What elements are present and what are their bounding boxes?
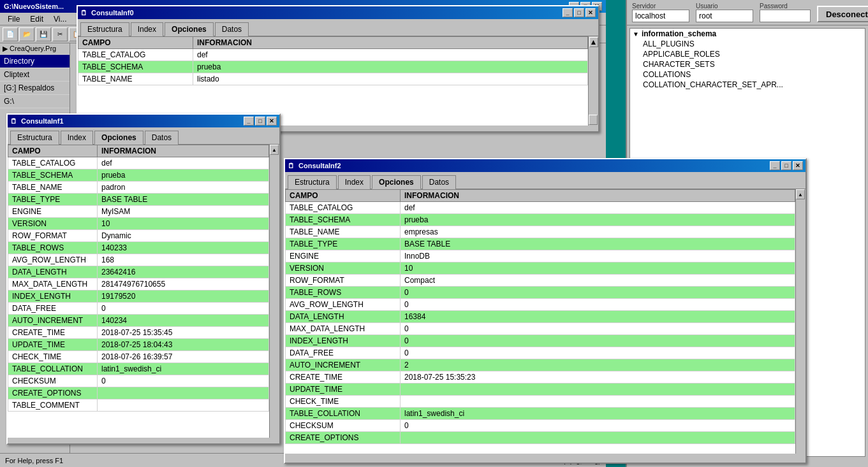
table-row: TABLE_SCHEMAprueba — [8, 169, 269, 182]
table-row: ENGINEMyISAM — [8, 206, 269, 218]
menu-file[interactable]: File — [3, 13, 25, 25]
table-row: TABLE_NAMEpadron — [8, 182, 269, 194]
cell-campo: CREATE_OPTIONS — [8, 387, 98, 399]
table-row: TABLE_SCHEMAprueba — [78, 61, 588, 73]
table-row: AVG_ROW_LENGTH0 — [286, 299, 795, 311]
win0-tab-estructura[interactable]: Estructura — [80, 22, 129, 36]
cell-campo: DATA_LENGTH — [286, 311, 401, 323]
table-row: DATA_FREE0 — [8, 303, 269, 315]
cell-info: 10 — [98, 218, 269, 230]
sidebar-item-respaldos[interactable]: [G:] Respaldos — [0, 82, 70, 95]
cell-campo: UPDATE_TIME — [8, 339, 98, 351]
win1-tab-index[interactable]: Index — [61, 131, 93, 145]
win2-tab-opciones[interactable]: Opciones — [372, 175, 421, 189]
win1-tab-datos[interactable]: Datos — [145, 131, 179, 145]
win0-maximize[interactable]: □ — [574, 8, 584, 17]
sidebar-item-directory[interactable]: Directory — [0, 55, 70, 68]
toolbar-save[interactable]: 💾 — [36, 27, 51, 41]
win2-content: CAMPO INFORMACION TABLE_CATALOGdefTABLE_… — [285, 189, 805, 454]
win2-tab-index[interactable]: Index — [338, 175, 371, 189]
win1-minimize[interactable]: _ — [244, 117, 254, 126]
servidor-label: Servidor — [632, 3, 689, 10]
cell-campo: TABLE_SCHEMA — [286, 214, 401, 226]
consulta-inf1-window: 🗒 ConsultaInf1 _ □ ✕ Estructura Index Op… — [6, 113, 281, 445]
win1-maximize[interactable]: □ — [255, 117, 265, 126]
table-row: MAX_DATA_LENGTH0 — [286, 323, 795, 335]
win2-table-container: CAMPO INFORMACION TABLE_CATALOGdefTABLE_… — [285, 189, 795, 454]
tree-expand-icon: ▼ — [633, 31, 639, 38]
win0-tab-index[interactable]: Index — [131, 22, 163, 36]
sidebar-item-creaquery[interactable]: ▶ CreaQuery.Prg — [0, 43, 70, 55]
cell-info: 0 — [401, 299, 795, 311]
table-row: TABLE_CATALOGdef — [78, 49, 588, 61]
win0-table: CAMPO INFORMACION TABLE_CATALOGdefTABLE_… — [78, 36, 588, 85]
win2-scrollbar[interactable]: ▲ — [795, 189, 805, 454]
table-row: INDEX_LENGTH19179520 — [8, 291, 269, 303]
win1-scroll-up[interactable]: ▲ — [270, 145, 279, 155]
toolbar-new[interactable]: 📄 — [3, 27, 18, 41]
cell-campo: INDEX_LENGTH — [8, 291, 98, 303]
table-row: ROW_FORMATCompact — [286, 275, 795, 287]
cell-campo: INDEX_LENGTH — [286, 335, 401, 347]
menu-edit[interactable]: Edit — [25, 13, 48, 25]
usuario-input[interactable] — [696, 10, 753, 22]
toolbar-cut[interactable]: ✂ — [52, 27, 68, 41]
win2-maximize[interactable]: □ — [781, 161, 791, 170]
table-row: CREATE_OPTIONS — [286, 432, 795, 444]
table-row: CHECK_TIME — [286, 396, 795, 408]
win2-minimize[interactable]: _ — [770, 161, 780, 170]
win0-scrollbar[interactable]: ▲ — [588, 36, 598, 126]
win1-col-info: INFORMACION — [98, 145, 269, 157]
win0-minimize[interactable]: _ — [563, 8, 573, 17]
table-row: UPDATE_TIME2018-07-25 18:04:43 — [8, 339, 269, 351]
cell-info: 0 — [98, 375, 269, 387]
cell-info: def — [193, 49, 588, 61]
table-row: TABLE_COLLATIONlatin1_swedish_ci — [8, 363, 269, 375]
tree-root-item[interactable]: ▼ information_schema — [630, 29, 865, 39]
cell-campo: TABLE_NAME — [78, 73, 193, 85]
win2-tab-datos[interactable]: Datos — [422, 175, 456, 189]
win1-tab-estructura[interactable]: Estructura — [10, 131, 59, 145]
table-row: ENGINEInnoDB — [286, 250, 795, 262]
cell-info: 2018-07-25 15:35:45 — [98, 327, 269, 339]
cell-campo: TABLE_CATALOG — [286, 202, 401, 214]
win0-tab-opciones[interactable]: Opciones — [165, 22, 214, 36]
win2-scroll-up[interactable]: ▲ — [796, 189, 805, 199]
win2-table: CAMPO INFORMACION TABLE_CATALOGdefTABLE_… — [285, 189, 795, 444]
password-input[interactable] — [760, 10, 811, 22]
cell-info: 23642416 — [98, 266, 269, 278]
win2-scroll-container: CAMPO INFORMACION TABLE_CATALOGdefTABLE_… — [285, 189, 805, 454]
tree-item-3[interactable]: COLLATIONS — [630, 69, 865, 80]
win2-tab-estructura[interactable]: Estructura — [288, 175, 337, 189]
win1-scroll-container: CAMPO INFORMACION TABLE_CATALOGdefTABLE_… — [8, 145, 279, 438]
win2-col-campo: CAMPO — [286, 190, 401, 202]
win1-scrollbar[interactable]: ▲ — [269, 145, 279, 438]
toolbar-open[interactable]: 📂 — [19, 27, 34, 41]
win0-scroll-up[interactable]: ▲ — [589, 37, 598, 47]
win0-scroll-down[interactable] — [589, 115, 598, 125]
cell-info: 0 — [401, 420, 795, 432]
table-row: VERSION10 — [8, 218, 269, 230]
win1-close[interactable]: ✕ — [267, 117, 277, 126]
tree-item-0[interactable]: ALL_PLUGINS — [630, 39, 865, 49]
table-row: INDEX_LENGTH0 — [286, 335, 795, 347]
tree-item-1[interactable]: APPLICABLE_ROLES — [630, 49, 865, 59]
menu-view[interactable]: Vi... — [48, 13, 71, 25]
tree-item-4[interactable]: COLLATION_CHARACTER_SET_APR... — [630, 80, 865, 90]
sidebar-item-g[interactable]: G:\ — [0, 95, 70, 108]
tree-item-2[interactable]: CHARACTER_SETS — [630, 59, 865, 69]
cell-campo: VERSION — [286, 262, 401, 275]
cell-campo: CHECKSUM — [8, 375, 98, 387]
sidebar-respaldos-label: [G:] Respaldos — [4, 83, 54, 92]
servidor-input[interactable] — [632, 10, 689, 22]
table-row: CHECK_TIME2018-07-26 16:39:57 — [8, 351, 269, 363]
win0-close[interactable]: ✕ — [585, 8, 596, 17]
win0-table-container: CAMPO INFORMACION TABLE_CATALOGdefTABLE_… — [78, 36, 588, 126]
disconnect-button[interactable]: Desconectar — [817, 6, 868, 22]
sidebar-item-cliptext[interactable]: Cliptext — [0, 68, 70, 82]
win1-tab-opciones[interactable]: Opciones — [94, 131, 143, 145]
win0-tab-datos[interactable]: Datos — [215, 22, 249, 36]
win0-col-info: INFORMACION — [193, 37, 588, 49]
win0-col-campo: CAMPO — [78, 37, 193, 49]
win2-close[interactable]: ✕ — [793, 161, 803, 170]
